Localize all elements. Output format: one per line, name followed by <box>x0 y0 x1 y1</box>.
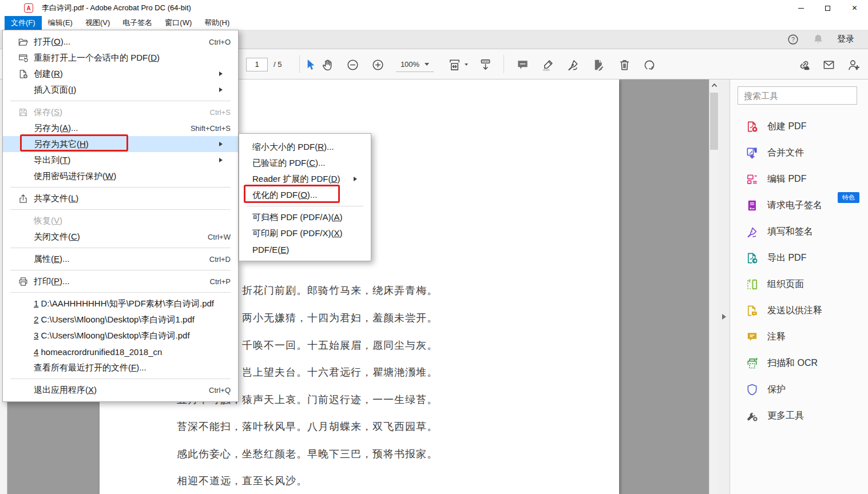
close-button[interactable]: ✕ <box>841 0 868 16</box>
save-as-other-item[interactable]: 优化的 PDF(O)... <box>239 187 371 203</box>
file-menu-item[interactable]: 另存为其它(H) <box>3 136 238 152</box>
menubar-item[interactable]: 视图(V) <box>79 16 116 30</box>
tool-item-protect[interactable]: 保护 <box>730 376 868 403</box>
menu-item-label: 2 C:\Users\Mloong\Desktop\李白诗词1.pdf <box>34 314 195 325</box>
tool-item-edit-pdf[interactable]: 编辑 PDF <box>730 166 868 192</box>
zoom-out-icon[interactable] <box>344 56 361 73</box>
tool-item-more-tools[interactable]: 更多工具 <box>730 403 868 429</box>
menubar-item[interactable]: 窗口(W) <box>158 16 198 30</box>
tool-item-fill-sign[interactable]: 填写和签名 <box>730 218 868 245</box>
menu-separator <box>3 376 238 382</box>
save-as-other-item[interactable]: PDF/E(E) <box>239 241 371 257</box>
toolbar-separator <box>299 55 300 73</box>
bell-icon[interactable] <box>812 33 825 46</box>
tool-item-label: 发送以供注释 <box>767 305 822 317</box>
tool-item-label: 更多工具 <box>767 410 804 422</box>
tool-item-request-signatures[interactable]: 请求电子签名特色 <box>730 192 868 218</box>
file-menu-item[interactable]: 重新打开上一个会话中的 PDF(D) <box>3 50 238 66</box>
chevron-down-icon <box>425 63 429 66</box>
tool-item-comments[interactable]: 注释 <box>730 324 868 350</box>
file-menu-item[interactable]: 使用密码进行保护(W) <box>3 168 238 184</box>
hand-icon[interactable] <box>319 56 336 73</box>
file-menu-item[interactable]: 创建(R) <box>3 66 238 82</box>
zoom-level-dropdown[interactable]: 100% <box>396 57 434 72</box>
svg-text:?: ? <box>791 35 795 42</box>
file-menu-item[interactable]: 1 D:\AAHHHHHHH\知乎\PDF素材\李白诗词.pdf <box>3 296 238 312</box>
save-icon <box>15 107 30 118</box>
file-menu-item[interactable]: 3 C:\Users\Mloong\Desktop\李白诗词.pdf <box>3 328 238 344</box>
menubar-item[interactable]: 帮助(H) <box>198 16 236 30</box>
comment-icon[interactable] <box>514 56 531 73</box>
fit-width-button[interactable] <box>446 56 468 73</box>
save-as-other-item[interactable]: 已验证的 PDF(C)... <box>239 155 371 171</box>
open-folder-icon <box>15 37 30 47</box>
save-as-other-item[interactable]: 缩小大小的 PDF(R)... <box>239 139 371 155</box>
menubar-item[interactable]: 文件(F) <box>5 16 42 30</box>
zoom-in-icon[interactable] <box>369 56 386 73</box>
file-menu-item[interactable]: 退出应用程序(X)Ctrl+Q <box>3 382 238 398</box>
file-menu-item[interactable]: 保存(S)Ctrl+S <box>3 104 238 120</box>
menubar-item[interactable]: 编辑(E) <box>42 16 79 30</box>
save-as-other-item[interactable]: 可归档 PDF (PDF/A)(A) <box>239 209 371 225</box>
file-menu-item[interactable]: 另存为(A)...Shift+Ctrl+S <box>3 120 238 136</box>
stamp-icon[interactable] <box>589 56 607 73</box>
scroll-mode-icon[interactable] <box>477 56 494 73</box>
menu-separator <box>3 289 238 296</box>
scroll-up-icon[interactable] <box>710 81 719 89</box>
save-as-other-item[interactable]: 可印刷 PDF (PDF/X)(X) <box>239 225 371 241</box>
panel-expand-icon[interactable] <box>722 314 726 320</box>
login-button[interactable]: 登录 <box>837 34 854 45</box>
menu-separator <box>3 98 238 104</box>
save-as-other-item[interactable]: Reader 扩展的 PDF(D) <box>239 171 371 187</box>
document-text-line: 相迎不道远，直至长风沙。 <box>177 474 307 488</box>
sign-icon[interactable] <box>564 56 581 73</box>
file-menu-item[interactable]: 查看所有最近打开的文件(F)... <box>3 360 238 376</box>
vertical-scrollbar[interactable] <box>709 79 719 494</box>
tool-item-send-for-comments[interactable]: 发送以供注释 <box>730 297 868 324</box>
titlebar: A 李白诗词.pdf - Adobe Acrobat Pro DC (64-bi… <box>0 0 868 16</box>
link-icon[interactable] <box>795 56 812 73</box>
file-menu-item[interactable]: 属性(E)...Ctrl+D <box>3 251 238 267</box>
file-menu-item[interactable]: 打印(P)...Ctrl+P <box>3 273 238 289</box>
menu-separator <box>3 184 238 190</box>
menubar-item[interactable]: 电子签名 <box>116 16 158 30</box>
scrollbar-thumb[interactable] <box>710 93 718 150</box>
tool-item-label: 合并文件 <box>767 147 804 159</box>
print-icon <box>15 276 30 287</box>
page-number-input[interactable]: 1 <box>246 58 268 71</box>
file-menu-item[interactable]: 恢复(V) <box>3 213 238 229</box>
file-menu-item[interactable]: 插入页面(I) <box>3 82 238 98</box>
tool-item-export-pdf[interactable]: 导出 PDF <box>730 245 868 271</box>
menu-item-label: 4 homeacrordrunified18_2018_cn <box>34 347 162 357</box>
email-icon[interactable] <box>820 56 837 73</box>
file-menu-item[interactable]: 导出到(T) <box>3 152 238 168</box>
tool-item-organize-pages[interactable]: 组织页面 <box>730 271 868 297</box>
acrobat-window: A 李白诗词.pdf - Adobe Acrobat Pro DC (64-bi… <box>0 0 868 494</box>
menu-separator <box>3 267 238 273</box>
menu-item-label: 可归档 PDF (PDF/A)(A) <box>252 212 343 223</box>
tools-panel: 创建 PDF合并文件编辑 PDF请求电子签名特色填写和签名导出 PDF组织页面发… <box>730 79 868 494</box>
acrobat-logo-icon: A <box>24 3 33 13</box>
tool-item-scan-ocr[interactable]: 扫描和 OCR <box>730 350 868 376</box>
menu-item-label: 导出到(T) <box>34 155 70 166</box>
file-menu-item[interactable]: 关闭文件(C)Ctrl+W <box>3 229 238 245</box>
highlight-icon[interactable] <box>539 56 556 73</box>
minimize-button[interactable] <box>787 0 814 16</box>
delete-icon[interactable] <box>616 56 633 73</box>
rotate-icon[interactable] <box>640 56 657 73</box>
tool-item-combine-files[interactable]: 合并文件 <box>730 140 868 166</box>
file-menu-item[interactable]: 打开(O)...Ctrl+O <box>3 34 238 50</box>
tool-item-label: 保护 <box>767 384 786 396</box>
tool-item-create-pdf[interactable]: 创建 PDF <box>730 113 868 140</box>
submenu-arrow-icon <box>219 87 223 92</box>
file-menu-item[interactable]: 2 C:\Users\Mloong\Desktop\李白诗词1.pdf <box>3 312 238 328</box>
maximize-button[interactable] <box>814 0 841 16</box>
help-icon[interactable]: ? <box>787 33 799 46</box>
search-tools-input[interactable] <box>738 86 857 105</box>
select-icon[interactable] <box>302 56 319 73</box>
menu-separator <box>239 203 371 209</box>
file-menu-item[interactable]: 共享文件(L) <box>3 190 238 206</box>
create-file-icon <box>15 69 30 79</box>
file-menu-item[interactable]: 4 homeacrordrunified18_2018_cn <box>3 344 238 360</box>
add-person-icon[interactable] <box>845 56 862 73</box>
